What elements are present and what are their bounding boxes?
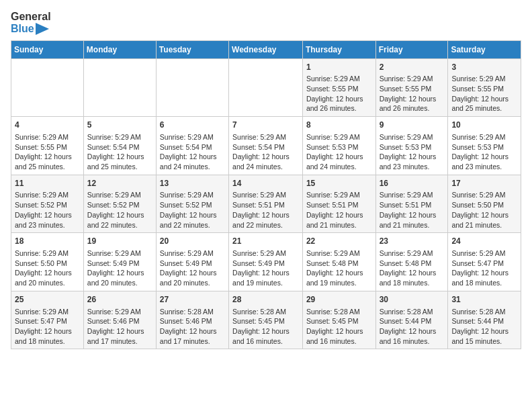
day-cell: 16Sunrise: 5:29 AM Sunset: 5:51 PM Dayli… [375, 175, 448, 233]
day-cell: 27Sunrise: 5:28 AM Sunset: 5:46 PM Dayli… [156, 291, 228, 349]
day-number: 21 [232, 236, 299, 247]
day-info: Sunrise: 5:29 AM Sunset: 5:49 PM Dayligh… [87, 249, 144, 287]
day-info: Sunrise: 5:29 AM Sunset: 5:47 PM Dayligh… [451, 249, 508, 287]
day-number: 11 [15, 178, 80, 189]
day-cell: 4Sunrise: 5:29 AM Sunset: 5:55 PM Daylig… [11, 117, 84, 175]
svg-marker-0 [36, 23, 49, 35]
day-info: Sunrise: 5:29 AM Sunset: 5:52 PM Dayligh… [160, 191, 217, 228]
day-number: 23 [380, 236, 445, 247]
day-number: 16 [380, 178, 445, 189]
day-info: Sunrise: 5:29 AM Sunset: 5:51 PM Dayligh… [380, 191, 437, 228]
day-info: Sunrise: 5:29 AM Sunset: 5:47 PM Dayligh… [15, 308, 72, 345]
day-number: 19 [87, 236, 152, 247]
day-number: 1 [306, 62, 372, 73]
day-number: 30 [380, 294, 445, 306]
day-info: Sunrise: 5:29 AM Sunset: 5:52 PM Dayligh… [87, 191, 144, 228]
day-cell: 1Sunrise: 5:29 AM Sunset: 5:55 PM Daylig… [302, 58, 375, 117]
day-info: Sunrise: 5:29 AM Sunset: 5:54 PM Dayligh… [87, 133, 144, 171]
col-header-friday: Friday [375, 40, 448, 58]
day-number: 12 [87, 178, 152, 189]
day-info: Sunrise: 5:28 AM Sunset: 5:44 PM Dayligh… [451, 308, 508, 345]
day-info: Sunrise: 5:29 AM Sunset: 5:53 PM Dayligh… [306, 133, 363, 171]
week-row-2: 4Sunrise: 5:29 AM Sunset: 5:55 PM Daylig… [11, 117, 521, 175]
col-header-thursday: Thursday [302, 40, 375, 58]
day-number: 27 [160, 294, 225, 306]
day-cell [156, 58, 228, 117]
day-cell: 26Sunrise: 5:29 AM Sunset: 5:46 PM Dayli… [83, 291, 156, 349]
day-cell: 10Sunrise: 5:29 AM Sunset: 5:53 PM Dayli… [448, 117, 521, 175]
day-cell: 11Sunrise: 5:29 AM Sunset: 5:52 PM Dayli… [11, 175, 84, 233]
day-info: Sunrise: 5:29 AM Sunset: 5:55 PM Dayligh… [451, 75, 508, 112]
day-number: 5 [87, 120, 152, 131]
week-row-3: 11Sunrise: 5:29 AM Sunset: 5:52 PM Dayli… [11, 175, 521, 233]
day-info: Sunrise: 5:29 AM Sunset: 5:52 PM Dayligh… [15, 191, 72, 228]
day-cell: 15Sunrise: 5:29 AM Sunset: 5:51 PM Dayli… [302, 175, 375, 233]
week-row-1: 1Sunrise: 5:29 AM Sunset: 5:55 PM Daylig… [11, 58, 521, 117]
day-number: 7 [232, 120, 299, 131]
day-cell: 18Sunrise: 5:29 AM Sunset: 5:50 PM Dayli… [11, 233, 84, 291]
day-cell: 6Sunrise: 5:29 AM Sunset: 5:54 PM Daylig… [156, 117, 228, 175]
day-info: Sunrise: 5:29 AM Sunset: 5:50 PM Dayligh… [15, 249, 72, 287]
day-cell: 17Sunrise: 5:29 AM Sunset: 5:50 PM Dayli… [448, 175, 521, 233]
day-cell: 7Sunrise: 5:29 AM Sunset: 5:54 PM Daylig… [229, 117, 303, 175]
day-cell: 13Sunrise: 5:29 AM Sunset: 5:52 PM Dayli… [156, 175, 228, 233]
col-header-monday: Monday [83, 40, 156, 58]
day-number: 26 [87, 294, 152, 306]
day-cell: 30Sunrise: 5:28 AM Sunset: 5:44 PM Dayli… [375, 291, 448, 349]
day-number: 9 [380, 120, 445, 131]
day-number: 18 [15, 236, 80, 247]
day-cell: 21Sunrise: 5:29 AM Sunset: 5:49 PM Dayli… [229, 233, 303, 291]
day-info: Sunrise: 5:29 AM Sunset: 5:51 PM Dayligh… [232, 191, 290, 228]
logo-arrow-icon [36, 23, 49, 35]
day-info: Sunrise: 5:29 AM Sunset: 5:50 PM Dayligh… [451, 191, 508, 228]
col-header-wednesday: Wednesday [229, 40, 303, 58]
day-number: 14 [232, 178, 299, 189]
day-number: 25 [15, 294, 80, 306]
day-info: Sunrise: 5:29 AM Sunset: 5:55 PM Dayligh… [15, 133, 72, 171]
day-cell [229, 58, 303, 117]
day-cell [11, 58, 84, 117]
day-info: Sunrise: 5:29 AM Sunset: 5:48 PM Dayligh… [380, 249, 437, 287]
day-cell: 8Sunrise: 5:29 AM Sunset: 5:53 PM Daylig… [302, 117, 375, 175]
day-cell: 24Sunrise: 5:29 AM Sunset: 5:47 PM Dayli… [448, 233, 521, 291]
day-number: 4 [15, 120, 80, 131]
header-row: SundayMondayTuesdayWednesdayThursdayFrid… [11, 40, 521, 58]
day-info: Sunrise: 5:29 AM Sunset: 5:55 PM Dayligh… [306, 75, 363, 112]
day-cell: 20Sunrise: 5:29 AM Sunset: 5:49 PM Dayli… [156, 233, 228, 291]
day-cell: 5Sunrise: 5:29 AM Sunset: 5:54 PM Daylig… [83, 117, 156, 175]
day-cell [83, 58, 156, 117]
col-header-saturday: Saturday [448, 40, 521, 58]
day-number: 10 [451, 120, 517, 131]
day-cell: 3Sunrise: 5:29 AM Sunset: 5:55 PM Daylig… [448, 58, 521, 117]
day-info: Sunrise: 5:29 AM Sunset: 5:46 PM Dayligh… [87, 308, 144, 345]
day-number: 31 [451, 294, 517, 306]
calendar-table: SundayMondayTuesdayWednesdayThursdayFrid… [11, 40, 521, 350]
day-info: Sunrise: 5:29 AM Sunset: 5:48 PM Dayligh… [306, 249, 363, 287]
day-cell: 14Sunrise: 5:29 AM Sunset: 5:51 PM Dayli… [229, 175, 303, 233]
day-number: 17 [451, 178, 517, 189]
day-cell: 22Sunrise: 5:29 AM Sunset: 5:48 PM Dayli… [302, 233, 375, 291]
logo-blue: Blue [11, 23, 51, 35]
logo: General Blue [11, 11, 51, 35]
col-header-tuesday: Tuesday [156, 40, 228, 58]
day-number: 20 [160, 236, 225, 247]
day-info: Sunrise: 5:29 AM Sunset: 5:49 PM Dayligh… [160, 249, 217, 287]
day-cell: 31Sunrise: 5:28 AM Sunset: 5:44 PM Dayli… [448, 291, 521, 349]
day-cell: 12Sunrise: 5:29 AM Sunset: 5:52 PM Dayli… [83, 175, 156, 233]
day-cell: 28Sunrise: 5:28 AM Sunset: 5:45 PM Dayli… [229, 291, 303, 349]
day-cell: 29Sunrise: 5:28 AM Sunset: 5:45 PM Dayli… [302, 291, 375, 349]
day-number: 6 [160, 120, 225, 131]
week-row-5: 25Sunrise: 5:29 AM Sunset: 5:47 PM Dayli… [11, 291, 521, 349]
day-cell: 9Sunrise: 5:29 AM Sunset: 5:53 PM Daylig… [375, 117, 448, 175]
day-cell: 2Sunrise: 5:29 AM Sunset: 5:55 PM Daylig… [375, 58, 448, 117]
day-info: Sunrise: 5:28 AM Sunset: 5:46 PM Dayligh… [160, 308, 217, 345]
day-number: 2 [380, 62, 445, 73]
day-number: 22 [306, 236, 372, 247]
day-info: Sunrise: 5:29 AM Sunset: 5:54 PM Dayligh… [232, 133, 290, 171]
day-info: Sunrise: 5:29 AM Sunset: 5:53 PM Dayligh… [451, 133, 508, 171]
day-info: Sunrise: 5:29 AM Sunset: 5:49 PM Dayligh… [232, 249, 290, 287]
day-info: Sunrise: 5:29 AM Sunset: 5:53 PM Dayligh… [380, 133, 437, 171]
logo-general: General [11, 11, 51, 23]
day-cell: 19Sunrise: 5:29 AM Sunset: 5:49 PM Dayli… [83, 233, 156, 291]
day-number: 8 [306, 120, 372, 131]
